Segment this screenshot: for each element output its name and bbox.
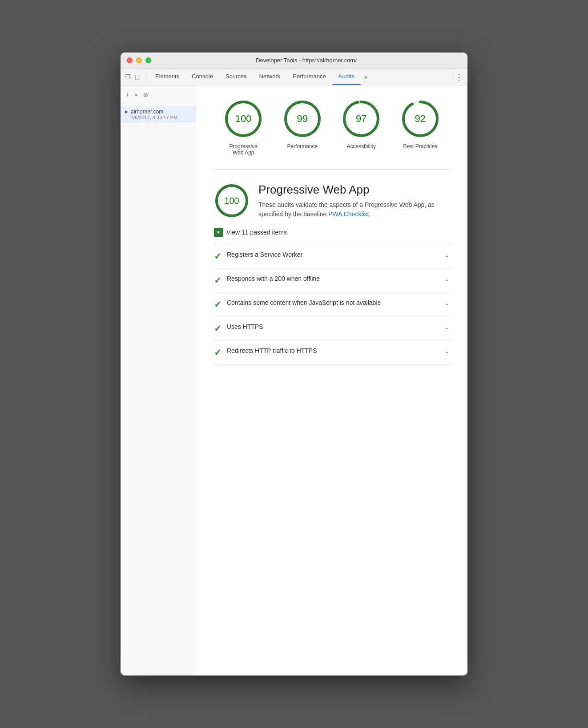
content-panel: 100 Progressive Web App 99 Performance [196, 85, 467, 675]
audit-label-no-js: Contains some content when JavaScript is… [227, 299, 439, 307]
score-best-practices: 92 Best Practices [400, 99, 440, 156]
toolbar: ❐ ⎕ Elements Console Sources Network Per… [121, 69, 467, 85]
tab-elements[interactable]: Elements [149, 69, 185, 85]
tab-audits[interactable]: Audits [332, 69, 361, 85]
pwa-section-title: Progressive Web App [258, 183, 450, 197]
chevron-down-icon-5: ⌄ [444, 348, 450, 355]
tab-console[interactable]: Console [185, 69, 219, 85]
audit-label-https: Uses HTTPS [227, 323, 439, 332]
score-label-performance: Performance [287, 143, 318, 150]
audit-item-no-js[interactable]: ✓ Contains some content when JavaScript … [214, 292, 450, 316]
audit-item-service-worker[interactable]: ✓ Registers a Service Worker ⌄ [214, 244, 450, 268]
sidebar-toolbar: + × ⊘ [121, 89, 196, 103]
chevron-down-icon: ⌄ [444, 251, 450, 259]
traffic-lights [127, 57, 151, 63]
pwa-score-value: 100 [224, 196, 239, 206]
sidebar: + × ⊘ ▶ airhorner.com 7/6/2017, 4:33:17 … [121, 85, 196, 675]
sidebar-item-date: 7/6/2017, 4:33:17 PM [131, 115, 177, 120]
score-value-best-practices: 92 [415, 113, 426, 125]
block-button[interactable]: ⊘ [142, 91, 149, 99]
audit-item-offline[interactable]: ✓ Responds with a 200 when offline ⌄ [214, 268, 450, 292]
score-value-accessibility: 97 [356, 113, 366, 125]
toolbar-separator [146, 73, 146, 81]
chevron-down-icon-4: ⌄ [444, 324, 450, 331]
sidebar-item-info: airhorner.com 7/6/2017, 4:33:17 PM [131, 109, 177, 120]
check-icon-no-js: ✓ [214, 299, 222, 310]
view-passed-label: View 11 passed items [226, 229, 287, 236]
pwa-section-header: 100 Progressive Web App These audits val… [214, 183, 450, 219]
menu-button[interactable]: ⋮ [455, 72, 463, 82]
audit-list: ✓ Registers a Service Worker ⌄ ✓ Respond… [214, 244, 450, 364]
score-label-best-practices: Best Practices [403, 143, 437, 150]
more-tabs-button[interactable]: » [361, 73, 371, 81]
score-label-pwa: Progressive Web App [226, 143, 261, 156]
pwa-info: Progressive Web App These audits validat… [258, 183, 450, 219]
audit-label-service-worker: Registers a Service Worker [227, 251, 439, 259]
score-circle-performance: 99 [282, 99, 322, 139]
sidebar-item-airhorner[interactable]: ▶ airhorner.com 7/6/2017, 4:33:17 PM [121, 106, 196, 123]
audit-label-redirect: Redirects HTTP traffic to HTTPS [227, 347, 439, 356]
close-button[interactable] [127, 57, 133, 63]
tab-network[interactable]: Network [253, 69, 287, 85]
section-divider [214, 169, 450, 170]
device-icon[interactable]: ⎕ [135, 73, 139, 81]
score-circle-best-practices: 92 [400, 99, 440, 139]
cursor-icon[interactable]: ❐ [125, 73, 131, 81]
pwa-checklist-link[interactable]: PWA Checklist [328, 210, 369, 218]
pwa-description: These audits validate the aspects of a P… [258, 200, 450, 219]
view-passed-button[interactable]: View 11 passed items [214, 228, 450, 237]
close-audit-button[interactable]: × [134, 91, 139, 99]
toolbar-icons: ❐ ⎕ [125, 73, 139, 81]
audit-label-offline: Responds with a 200 when offline [227, 275, 439, 283]
scores-row: 100 Progressive Web App 99 Performance [214, 99, 450, 156]
toolbar-separator-right [452, 73, 452, 81]
check-icon-redirect: ✓ [214, 347, 222, 358]
expand-icon: ▶ [125, 109, 128, 114]
check-icon-service-worker: ✓ [214, 251, 222, 262]
devtools-window: Developer Tools - https://airhorner.com/… [121, 53, 467, 675]
score-value-performance: 99 [297, 113, 308, 125]
chevron-down-icon-3: ⌄ [444, 299, 450, 307]
check-icon-offline: ✓ [214, 275, 222, 286]
window-title: Developer Tools - https://airhorner.com/ [151, 57, 461, 64]
score-pwa: 100 Progressive Web App [223, 99, 263, 156]
minimize-button[interactable] [136, 57, 142, 63]
add-audit-button[interactable]: + [125, 91, 130, 99]
sidebar-item-title: airhorner.com [131, 109, 177, 115]
tab-sources[interactable]: Sources [219, 69, 253, 85]
score-circle-pwa: 100 [223, 99, 263, 139]
score-performance: 99 Performance [282, 99, 322, 156]
audit-item-https[interactable]: ✓ Uses HTTPS ⌄ [214, 316, 450, 340]
audit-item-redirect-https[interactable]: ✓ Redirects HTTP traffic to HTTPS ⌄ [214, 340, 450, 364]
titlebar: Developer Tools - https://airhorner.com/ [121, 53, 467, 69]
score-accessibility: 97 Accessibility [341, 99, 381, 156]
tabs-bar: Elements Console Sources Network Perform… [149, 69, 449, 85]
score-value-pwa: 100 [235, 113, 252, 125]
score-label-accessibility: Accessibility [347, 143, 376, 150]
score-circle-accessibility: 97 [341, 99, 381, 139]
check-icon-https: ✓ [214, 323, 222, 334]
pwa-score-circle: 100 [214, 183, 250, 218]
passed-toggle-icon [214, 228, 223, 237]
tab-performance[interactable]: Performance [286, 69, 332, 85]
chevron-down-icon-2: ⌄ [444, 275, 450, 283]
main-area: + × ⊘ ▶ airhorner.com 7/6/2017, 4:33:17 … [121, 85, 467, 675]
maximize-button[interactable] [145, 57, 151, 63]
